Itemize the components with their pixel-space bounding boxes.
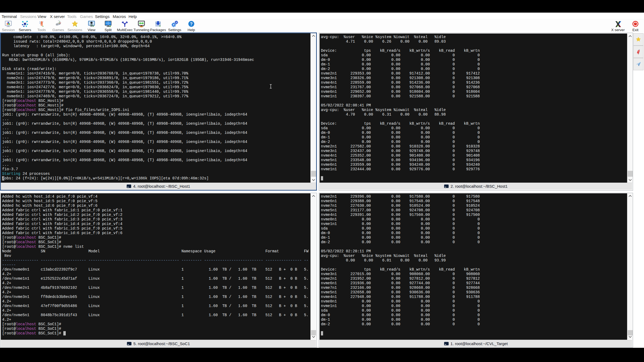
svg-text:?: ?: [190, 22, 193, 26]
